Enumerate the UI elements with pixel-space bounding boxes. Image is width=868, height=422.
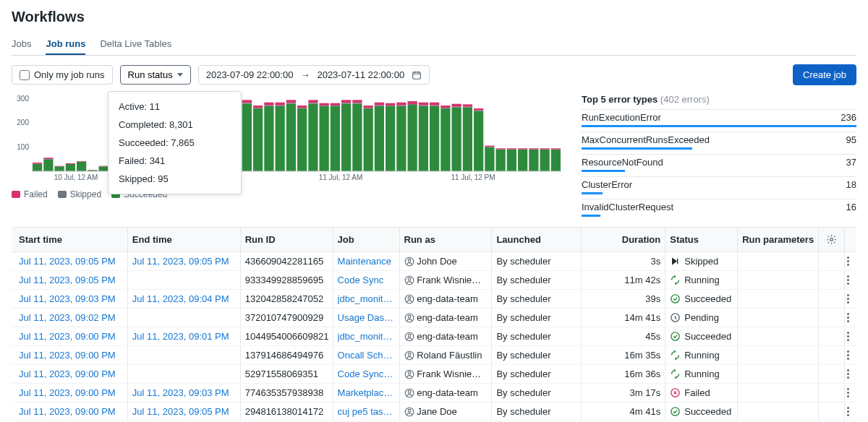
svg-rect-98	[375, 106, 384, 106]
create-job-button[interactable]: Create job	[793, 64, 856, 85]
duration: 11m 42s	[581, 271, 665, 289]
col-job[interactable]: Job	[333, 228, 399, 251]
svg-point-172	[408, 390, 411, 393]
error-row[interactable]: InvalidClusterRequest16	[582, 199, 856, 221]
svg-rect-117	[441, 106, 450, 108]
kebab-menu[interactable]	[847, 388, 849, 397]
job-link[interactable]: Code Sync - Co…	[338, 369, 395, 379]
start-time-link[interactable]: Jul 11, 2023, 09:00 PM	[19, 331, 116, 342]
error-row[interactable]: MaxConcurrentRunsExceeded95	[582, 132, 856, 154]
end-time-link[interactable]: Jul 11, 2023, 09:05 PM	[132, 406, 229, 417]
svg-rect-68	[264, 106, 273, 106]
job-link[interactable]: cuj pe5 task 3 a…	[338, 406, 395, 417]
svg-rect-86	[331, 106, 340, 106]
svg-rect-147	[551, 148, 561, 149]
end-time-link[interactable]: Jul 11, 2023, 09:03 PM	[132, 387, 229, 398]
table-row: Jul 11, 2023, 09:03 PM Jul 11, 2023, 09:…	[12, 290, 856, 309]
svg-rect-76	[297, 108, 307, 171]
col-duration[interactable]: Duration	[581, 228, 665, 251]
launched-by: By scheduler	[491, 346, 581, 364]
table-row: Jul 11, 2023, 09:05 PM Jul 11, 2023, 09:…	[12, 252, 856, 271]
col-runid[interactable]: Run ID	[240, 228, 333, 251]
svg-rect-81	[308, 100, 318, 103]
col-runas[interactable]: Run as	[399, 228, 492, 251]
status-badge: Running	[670, 275, 719, 285]
start-time-link[interactable]: Jul 11, 2023, 09:00 PM	[19, 387, 116, 398]
run-status-popup: Active: 11 Completed: 8,301 Succeeded: 7…	[108, 91, 242, 194]
start-time-link[interactable]: Jul 11, 2023, 09:05 PM	[19, 275, 116, 285]
job-link[interactable]: Maintenance	[338, 256, 391, 267]
col-start[interactable]: Start time	[12, 228, 127, 251]
start-time-link[interactable]: Jul 11, 2023, 09:00 PM	[19, 369, 116, 379]
status-badge: Running	[670, 350, 719, 361]
svg-rect-136	[518, 150, 527, 171]
svg-rect-97	[375, 106, 384, 171]
col-launched[interactable]: Launched	[491, 228, 581, 251]
runas-name: eng-data-team	[417, 331, 478, 342]
kebab-menu[interactable]	[847, 313, 849, 322]
kebab-menu[interactable]	[847, 332, 849, 341]
job-link[interactable]: Usage Dashboa…	[338, 312, 395, 323]
error-row[interactable]: ResourceNotFound37	[582, 154, 856, 176]
job-link[interactable]: Oncall Schedule	[338, 350, 395, 361]
svg-rect-126	[474, 108, 483, 111]
kebab-menu[interactable]	[847, 350, 849, 360]
date-range-picker[interactable]: 2023-07-09 22:00:00 → 2023-07-11 22:00:0…	[198, 65, 430, 85]
svg-rect-24	[99, 166, 109, 167]
tab-dlt[interactable]: Delta Live Tables	[100, 34, 171, 55]
start-time-link[interactable]: Jul 11, 2023, 09:03 PM	[19, 293, 116, 304]
job-link[interactable]: jdbc_monitoring	[338, 331, 395, 342]
start-time-link[interactable]: Jul 11, 2023, 09:00 PM	[19, 406, 116, 417]
dropdown-item-skipped[interactable]: Skipped: 95	[109, 170, 241, 188]
dropdown-item-completed[interactable]: Completed: 8,301	[109, 116, 241, 134]
job-link[interactable]: Code Sync	[338, 275, 384, 285]
table-row: Jul 11, 2023, 09:00 PM 137914686494976 O…	[12, 346, 856, 365]
only-my-runs-label: Only my job runs	[34, 69, 105, 80]
status-badge: Pending	[670, 312, 719, 323]
error-count: 236	[841, 112, 856, 123]
end-time-link[interactable]: Jul 11, 2023, 09:05 PM	[132, 256, 229, 267]
kebab-menu[interactable]	[847, 369, 849, 379]
col-params[interactable]: Run parameters	[737, 228, 818, 251]
svg-rect-91	[352, 103, 362, 171]
kebab-menu[interactable]	[847, 407, 849, 416]
job-link[interactable]: jdbc_monitoring	[338, 293, 395, 304]
tab-jobs[interactable]: Jobs	[12, 34, 31, 55]
kebab-menu[interactable]	[847, 257, 849, 266]
errors-panel: Top 5 error types (402 errors) RunExecut…	[582, 94, 856, 221]
svg-rect-119	[452, 107, 461, 108]
dropdown-item-active[interactable]: Active: 11	[109, 98, 241, 116]
svg-rect-84	[320, 103, 329, 106]
kebab-menu[interactable]	[847, 275, 849, 285]
error-row[interactable]: ClusterError18	[582, 176, 856, 199]
svg-rect-18	[77, 161, 86, 162]
status-badge: Succeeded	[670, 331, 731, 342]
error-count: 16	[846, 202, 856, 212]
only-my-runs-input[interactable]	[20, 70, 30, 80]
error-row[interactable]: RunExecutionError236	[582, 109, 856, 132]
kebab-menu[interactable]	[847, 294, 849, 303]
only-my-runs-checkbox[interactable]: Only my job runs	[12, 65, 113, 85]
start-time-link[interactable]: Jul 11, 2023, 09:05 PM	[19, 256, 116, 267]
end-time-link[interactable]: Jul 11, 2023, 09:04 PM	[132, 293, 229, 304]
dropdown-item-failed[interactable]: Failed: 341	[109, 152, 241, 170]
tab-job-runs[interactable]: Job runs	[46, 34, 85, 55]
svg-rect-121	[463, 107, 472, 171]
col-end[interactable]: End time	[127, 228, 240, 251]
dropdown-item-succeeded[interactable]: Succeeded: 7,865	[109, 134, 241, 152]
page-title: Workflows	[12, 9, 856, 25]
duration: 14m 41s	[581, 309, 665, 327]
col-status[interactable]: Status	[665, 228, 737, 251]
end-time-link[interactable]: Jul 11, 2023, 09:01 PM	[132, 331, 229, 342]
svg-rect-103	[396, 106, 406, 171]
start-time-link[interactable]: Jul 11, 2023, 09:00 PM	[19, 350, 116, 361]
user-icon	[404, 407, 414, 417]
run-status-label: Run status	[128, 69, 173, 80]
col-settings[interactable]	[818, 228, 844, 251]
duration: 39s	[581, 290, 665, 308]
job-link[interactable]: Marketplace Lis…	[338, 387, 395, 398]
start-time-link[interactable]: Jul 11, 2023, 09:02 PM	[19, 312, 116, 323]
run-status-dropdown[interactable]: Run status	[120, 65, 191, 85]
svg-rect-122	[463, 107, 472, 108]
table-header: Start time End time Run ID Job Run as La…	[12, 228, 856, 252]
